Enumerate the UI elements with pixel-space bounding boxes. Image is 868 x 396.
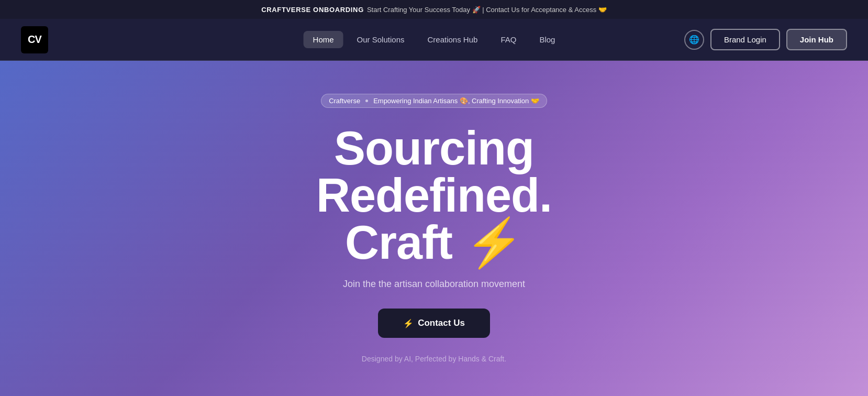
hero-title-line2: Redefined.	[316, 169, 552, 222]
contact-btn-label: Contact Us	[418, 318, 465, 328]
navbar-left: CV	[21, 26, 48, 53]
breadcrumb-text: Empowering Indian Artisans 🎨, Crafting I…	[373, 97, 539, 105]
join-hub-button[interactable]: Join Hub	[786, 29, 847, 50]
navbar-right: 🌐 Brand Login Join Hub	[684, 29, 847, 50]
announcement-brand: CRAFTVERSE ONBOARDING	[261, 6, 364, 14]
hero-title: Sourcing Redefined. Craft ⚡	[316, 125, 552, 266]
globe-icon: 🌐	[689, 35, 699, 45]
hero-footer-text: Designed by AI, Perfected by Hands & Cra…	[362, 355, 506, 363]
nav-creations-hub[interactable]: Creations Hub	[418, 31, 487, 48]
contact-btn-icon: ⚡	[403, 318, 414, 328]
globe-button[interactable]: 🌐	[684, 30, 704, 50]
announcement-bar: CRAFTVERSE ONBOARDING Start Crafting You…	[0, 0, 868, 19]
lightning-icon: ⚡	[465, 219, 523, 266]
announcement-text: Start Crafting Your Success Today 🚀 | Co…	[367, 6, 607, 14]
brand-login-button[interactable]: Brand Login	[710, 29, 780, 50]
navbar: CV Home Our Solutions Creations Hub FAQ …	[0, 19, 868, 61]
nav-faq[interactable]: FAQ	[491, 31, 526, 48]
breadcrumb-brand: Craftverse	[329, 97, 360, 105]
hero-title-line1: Sourcing	[334, 122, 534, 174]
hero-section: Craftverse Empowering Indian Artisans 🎨,…	[0, 61, 868, 396]
hero-subtitle: Join the the artisan collaboration movem…	[343, 279, 525, 290]
breadcrumb-dot	[365, 100, 368, 102]
breadcrumb-tag: Craftverse Empowering Indian Artisans 🎨,…	[321, 94, 547, 108]
nav-blog[interactable]: Blog	[530, 31, 564, 48]
logo[interactable]: CV	[21, 26, 48, 53]
nav-our-solutions[interactable]: Our Solutions	[348, 31, 414, 48]
contact-us-button[interactable]: ⚡ Contact Us	[378, 309, 490, 338]
nav-home[interactable]: Home	[304, 31, 343, 48]
navbar-center: Home Our Solutions Creations Hub FAQ Blo…	[304, 31, 565, 48]
hero-title-line3: Craft	[345, 216, 452, 269]
